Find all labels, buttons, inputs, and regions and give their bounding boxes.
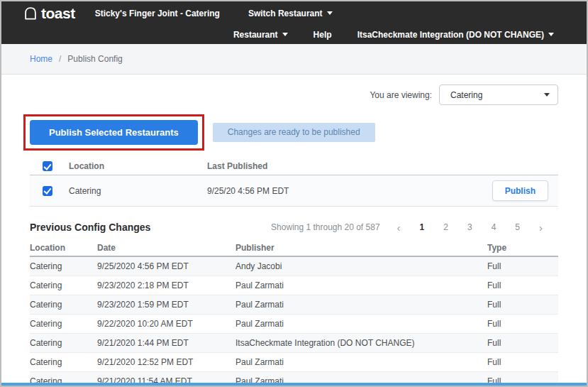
cell-publisher: Paul Zarmati — [235, 357, 487, 367]
cell-location: Catering — [30, 300, 97, 310]
switch-restaurant-menu[interactable]: Switch Restaurant — [248, 9, 333, 18]
breadcrumb-separator: / — [59, 54, 61, 64]
history-section-header: Previous Config Changes Showing 1 throug… — [30, 222, 558, 233]
current-restaurant-name: Sticky's Finger Joint - Catering — [95, 9, 220, 18]
pagination-page-5[interactable]: 5 — [515, 222, 520, 232]
cell-date: 9/23/2020 2:18 PM EDT — [97, 280, 235, 290]
caret-down-icon — [544, 93, 550, 97]
nav-help-link[interactable]: Help — [314, 30, 332, 40]
publish-action-row: Publish Selected Restaurants Changes are… — [30, 114, 558, 151]
cell-date: 9/21/2020 12:52 PM EDT — [97, 357, 235, 367]
cell-location: Catering — [30, 261, 97, 271]
locations-table-header: Location Last Published — [30, 158, 558, 175]
restaurant-view-selected-value: Catering — [450, 90, 482, 100]
table-row: Catering 9/21/2020 12:52 PM EDT Paul Zar… — [30, 353, 558, 372]
main-content: You are viewing: Catering Publish Select… — [1, 85, 587, 387]
publish-status-badge: Changes are ready to be published — [213, 123, 375, 142]
history-section-title: Previous Config Changes — [30, 222, 150, 233]
last-published-cell: 9/25/20 4:56 PM EDT Publish — [207, 180, 558, 201]
toast-logo[interactable]: toast — [23, 6, 75, 21]
pagination-page-2[interactable]: 2 — [443, 222, 448, 232]
cell-publisher: Paul Zarmati — [235, 280, 487, 290]
cell-location: Catering — [30, 280, 97, 290]
pagination-page-3[interactable]: 3 — [467, 222, 472, 232]
row-checkbox-cell — [30, 186, 69, 196]
table-row: Catering 9/21/2020 1:44 PM EDT ItsaCheck… — [30, 334, 558, 353]
table-row: Catering 9/25/2020 4:56 PM EDT Andy Jaco… — [30, 257, 558, 276]
nav-account-menu[interactable]: ItsaCheckmate Integration (DO NOT CHANGE… — [357, 30, 554, 40]
history-table: Location Date Publisher Type Catering 9/… — [30, 239, 558, 387]
cell-publisher: Paul Zarmati — [235, 319, 487, 329]
caret-down-icon — [548, 33, 554, 36]
pagination: ‹ 1 2 3 4 5 › — [397, 222, 543, 233]
pagination-page-1[interactable]: 1 — [420, 222, 425, 232]
locations-table: Location Last Published Catering 9/25/20… — [30, 158, 558, 207]
cell-date: 9/25/2020 4:56 PM EDT — [97, 261, 235, 271]
topbar-primary-row: toast Sticky's Finger Joint - Catering S… — [23, 1, 587, 25]
cell-publisher: Andy Jacobi — [235, 261, 487, 271]
cell-publisher: ItsaCheckmate Integration (DO NOT CHANGE… — [235, 338, 487, 348]
nav-restaurant-label: Restaurant — [233, 30, 278, 40]
location-cell: Catering — [69, 186, 207, 196]
cell-location: Catering — [30, 357, 97, 367]
caret-down-icon — [282, 33, 288, 36]
location-row: Catering 9/25/20 4:56 PM EDT Publish — [30, 175, 558, 207]
cell-date: 9/21/2020 1:44 PM EDT — [97, 338, 235, 348]
last-published-column-header: Last Published — [207, 161, 558, 171]
history-pagination-area: Showing 1 through 20 of 587 ‹ 1 2 3 4 5 … — [271, 222, 558, 233]
history-table-header: Location Date Publisher Type — [30, 239, 558, 257]
cell-date: 9/23/2020 1:59 PM EDT — [97, 300, 235, 310]
cell-date: 9/22/2020 10:20 AM EDT — [97, 319, 235, 329]
breadcrumb-home-link[interactable]: Home — [30, 54, 52, 64]
pagination-next-icon[interactable]: › — [539, 222, 543, 233]
top-navigation-bar: toast Sticky's Finger Joint - Catering S… — [1, 1, 587, 44]
last-published-value: 9/25/20 4:56 PM EDT — [207, 186, 289, 196]
toast-logo-text: toast — [41, 6, 75, 21]
table-row: Catering 9/22/2020 10:20 AM EDT Paul Zar… — [30, 315, 558, 334]
cell-type: Full — [487, 300, 558, 310]
nav-restaurant-menu[interactable]: Restaurant — [233, 30, 288, 40]
app-window: toast Sticky's Finger Joint - Catering S… — [0, 0, 588, 387]
history-date-header: Date — [97, 243, 235, 253]
pagination-page-4[interactable]: 4 — [492, 222, 497, 232]
cell-type: Full — [487, 319, 558, 329]
history-publisher-header: Publisher — [235, 243, 487, 253]
select-all-checkbox[interactable] — [43, 161, 52, 171]
cell-location: Catering — [30, 319, 97, 329]
history-location-header: Location — [30, 243, 97, 253]
nav-help-label: Help — [314, 30, 332, 40]
cell-location: Catering — [30, 338, 97, 348]
toast-bread-icon — [23, 6, 38, 21]
restaurant-view-select[interactable]: Catering — [439, 85, 558, 105]
location-column-header: Location — [69, 161, 207, 171]
select-all-cell — [30, 161, 69, 171]
breadcrumb: Home / Publish Config — [1, 44, 587, 75]
caret-down-icon — [327, 11, 333, 15]
publish-selected-restaurants-button[interactable]: Publish Selected Restaurants — [30, 120, 198, 145]
location-row-checkbox[interactable] — [43, 186, 52, 196]
cell-type: Full — [487, 357, 558, 367]
annotation-highlight-box: Publish Selected Restaurants — [23, 114, 204, 151]
viewing-selector-row: You are viewing: Catering — [30, 85, 558, 105]
showing-results-text: Showing 1 through 20 of 587 — [271, 222, 379, 232]
nav-account-label: ItsaCheckmate Integration (DO NOT CHANGE… — [357, 30, 544, 40]
table-row: Catering 9/23/2020 2:18 PM EDT Paul Zarm… — [30, 276, 558, 295]
viewing-label: You are viewing: — [370, 90, 432, 100]
cell-publisher: Paul Zarmati — [235, 300, 487, 310]
bottom-highlight-strip — [1, 383, 587, 386]
history-type-header: Type — [487, 243, 558, 253]
cell-type: Full — [487, 261, 558, 271]
pagination-prev-icon[interactable]: ‹ — [397, 222, 401, 233]
cell-type: Full — [487, 338, 558, 348]
breadcrumb-current-page: Publish Config — [67, 54, 122, 64]
topbar-secondary-row: Restaurant Help ItsaCheckmate Integratio… — [23, 25, 587, 44]
cell-type: Full — [487, 280, 558, 290]
table-row: Catering 9/23/2020 1:59 PM EDT Paul Zarm… — [30, 295, 558, 315]
publish-row-button[interactable]: Publish — [492, 180, 548, 201]
switch-restaurant-label: Switch Restaurant — [248, 9, 323, 18]
